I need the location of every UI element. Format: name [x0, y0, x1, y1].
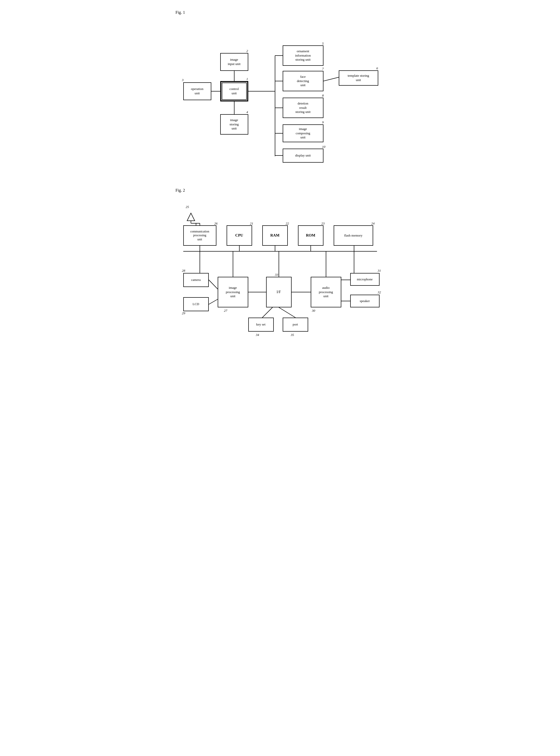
svg-line-10	[323, 77, 339, 81]
ref-1: 1	[246, 77, 248, 81]
ref-26: 26	[214, 221, 218, 225]
ref-27: 27	[224, 309, 227, 313]
svg-line-31	[279, 307, 295, 318]
if-box: I/F	[266, 277, 292, 307]
flash-box: flash memory	[334, 225, 373, 246]
keyset-box: key set	[248, 318, 274, 332]
ref-3: 3	[182, 78, 184, 82]
cpu-box: CPU	[226, 225, 252, 246]
fig2-container: 25 communicationprocessingunit 26 CPU 21…	[176, 198, 385, 340]
image-storing-box: imagestoringunit	[220, 114, 248, 135]
microphone-box: microphone	[350, 273, 380, 286]
svg-line-27	[209, 280, 218, 289]
fig1-label: Fig. 1	[176, 10, 385, 15]
lcd-box: LCD	[183, 297, 209, 311]
speaker-box: speaker	[350, 295, 380, 307]
image-proc-box: imageprocessingunit	[218, 277, 248, 307]
ref-29: 29	[182, 311, 185, 315]
rom-box: ROM	[298, 225, 323, 246]
svg-line-28	[209, 299, 218, 304]
ref-33: 33	[275, 273, 278, 277]
ram-box: RAM	[262, 225, 288, 246]
ref-32: 32	[378, 290, 381, 294]
ref-9: 9	[322, 120, 324, 124]
ref-5: 5	[322, 42, 324, 46]
image-composing-box: imagecomposingunit	[283, 124, 323, 142]
ref-28: 28	[182, 268, 185, 273]
audio-proc-box: audioprocessingunit	[311, 277, 341, 307]
operation-unit-box: operationunit	[183, 82, 211, 100]
ref-25: 25	[186, 205, 189, 209]
fig2-lines	[176, 198, 385, 340]
face-detecting-box: facedetectingunit	[283, 71, 323, 91]
ref-34: 34	[256, 333, 259, 337]
ref-21: 21	[250, 221, 253, 225]
fig1-container: control unit 1 imageinput unit 2 operati…	[176, 20, 385, 178]
fig2-label: Fig. 2	[176, 188, 385, 193]
ref-35: 35	[291, 333, 294, 337]
ref-31: 31	[378, 268, 381, 273]
template-box: template storingunit	[339, 71, 378, 86]
ref-4: 4	[246, 110, 248, 114]
ref-24: 24	[372, 221, 375, 225]
display-box: display unit	[283, 148, 323, 163]
ref-22: 22	[286, 221, 289, 225]
ref-10: 10	[322, 145, 325, 149]
ref-2: 2	[246, 49, 248, 53]
ref-8: 8	[322, 94, 324, 98]
port-box: port	[283, 318, 308, 332]
ornament-box: ornamentinformationstoring unit	[283, 45, 323, 66]
detetion-box: detetionresultstoring unit	[283, 98, 323, 118]
svg-marker-12	[187, 213, 195, 221]
ref-6: 6	[377, 66, 378, 71]
ref-7: 7	[322, 67, 324, 71]
comm-proc-box: communicationprocessingunit	[183, 225, 216, 246]
ref-23: 23	[321, 221, 325, 225]
camera-box: camera	[183, 273, 209, 287]
svg-line-30	[262, 307, 273, 318]
ref-30: 30	[312, 309, 315, 313]
control-unit-box: control unit	[220, 81, 248, 101]
image-input-box: imageinput unit	[220, 53, 248, 71]
